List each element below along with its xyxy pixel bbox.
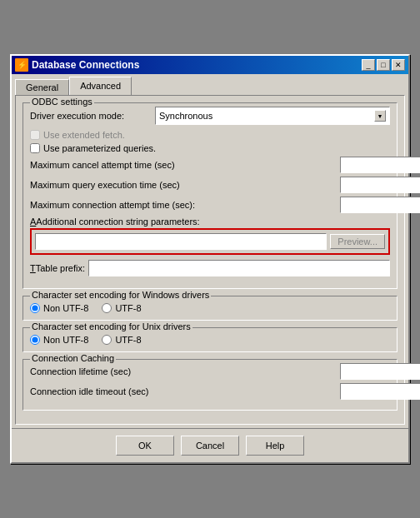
max-cancel-spinbox: 60 ▲ ▼ xyxy=(340,157,390,173)
driver-mode-label: Driver execution mode: xyxy=(30,111,155,121)
minimize-button[interactable]: _ xyxy=(362,59,375,71)
max-conn-spinbox: 6000 ▲ ▼ xyxy=(340,197,390,213)
charset-windows-non-utf8: Non UTF-8 xyxy=(30,303,88,313)
charset-windows-utf8: UTF-8 xyxy=(102,303,141,313)
extended-fetch-label: Use extended fetch. xyxy=(43,130,125,140)
maximize-button[interactable]: □ xyxy=(377,59,390,71)
ok-button[interactable]: OK xyxy=(116,436,174,456)
preview-button[interactable]: Preview... xyxy=(330,234,385,249)
max-query-row: Maximum query execution time (sec) -1 ▲ … xyxy=(30,177,390,193)
max-conn-input[interactable]: 6000 xyxy=(340,197,420,213)
driver-mode-dropdown[interactable]: Synchronous ▼ xyxy=(155,107,390,125)
conn-string-section: AAdditional connection string parameters… xyxy=(30,217,390,255)
main-window: ⚡ Database Connections _ □ ✕ General Adv… xyxy=(10,54,410,464)
table-prefix-input[interactable] xyxy=(88,260,390,276)
charset-windows-non-utf8-label: Non UTF-8 xyxy=(43,303,88,313)
driver-mode-row: Driver execution mode: Synchronous ▼ xyxy=(30,107,390,125)
dropdown-arrow-icon: ▼ xyxy=(374,110,386,122)
charset-unix-group: Character set encoding for Unix drivers … xyxy=(22,327,398,352)
charset-unix-label: Character set encoding for Unix drivers xyxy=(30,321,192,331)
charset-windows-options: Non UTF-8 UTF-8 xyxy=(30,303,390,313)
title-bar: ⚡ Database Connections _ □ ✕ xyxy=(12,56,408,74)
charset-unix-utf8: UTF-8 xyxy=(102,335,141,345)
tab-advanced[interactable]: Advanced xyxy=(69,77,132,95)
charset-unix-non-utf8-label: Non UTF-8 xyxy=(43,335,88,345)
idle-input[interactable]: 60 xyxy=(340,383,420,400)
tab-bar: General Advanced xyxy=(12,74,408,95)
lifetime-label: Connection lifetime (sec) xyxy=(30,366,340,376)
parameterized-row: Use parameterized queries. xyxy=(30,143,390,153)
table-prefix-row: TTable prefix: xyxy=(30,260,390,276)
max-query-input[interactable]: -1 xyxy=(340,177,420,193)
conn-string-box: JDBC;DRIVER={com.microstrategy.jdbc.sqls… xyxy=(30,228,390,255)
parameterized-checkbox[interactable] xyxy=(30,143,40,153)
bottom-buttons: OK Cancel Help xyxy=(12,428,408,462)
charset-windows-non-utf8-radio[interactable] xyxy=(30,303,40,313)
title-buttons: _ □ ✕ xyxy=(362,59,405,71)
odbc-group: ODBC settings Driver execution mode: Syn… xyxy=(22,102,398,289)
max-query-spinbox: -1 ▲ ▼ xyxy=(340,177,390,193)
driver-mode-value: Synchronous xyxy=(159,111,212,121)
charset-windows-label: Character set encoding for Windows drive… xyxy=(30,290,211,300)
parameterized-label: Use parameterized queries. xyxy=(43,143,156,153)
charset-unix-non-utf8-radio[interactable] xyxy=(30,335,40,345)
conn-string-label: AAdditional connection string parameters… xyxy=(30,217,390,227)
idle-row: Connection idle timeout (sec) 60 ▲ ▼ xyxy=(30,383,390,400)
help-button[interactable]: Help xyxy=(246,436,304,456)
caching-group-label: Connection Caching xyxy=(30,353,116,363)
extended-fetch-checkbox[interactable] xyxy=(30,130,40,140)
charset-windows-utf8-radio[interactable] xyxy=(102,303,112,313)
caching-group: Connection Caching Connection lifetime (… xyxy=(22,359,398,411)
charset-unix-options: Non UTF-8 UTF-8 xyxy=(30,335,390,345)
max-cancel-row: Maximum cancel attempt time (sec) 60 ▲ ▼ xyxy=(30,157,390,173)
extended-fetch-row: Use extended fetch. xyxy=(30,130,390,140)
max-conn-row: Maximum connection attempt time (sec): 6… xyxy=(30,197,390,213)
lifetime-spinbox: 36000 ▲ ▼ xyxy=(340,363,390,380)
app-icon: ⚡ xyxy=(15,58,28,72)
lifetime-input[interactable]: 36000 xyxy=(340,363,420,380)
window-title: Database Connections xyxy=(32,59,139,71)
lifetime-row: Connection lifetime (sec) 36000 ▲ ▼ xyxy=(30,363,390,380)
charset-unix-utf8-label: UTF-8 xyxy=(115,335,141,345)
charset-unix-utf8-radio[interactable] xyxy=(102,335,112,345)
charset-windows-utf8-label: UTF-8 xyxy=(115,303,141,313)
charset-unix-non-utf8: Non UTF-8 xyxy=(30,335,88,345)
tab-general[interactable]: General xyxy=(15,79,69,95)
charset-windows-group: Character set encoding for Windows drive… xyxy=(22,296,398,321)
max-conn-label: Maximum connection attempt time (sec): xyxy=(30,200,340,210)
max-cancel-label: Maximum cancel attempt time (sec) xyxy=(30,160,340,170)
close-button[interactable]: ✕ xyxy=(392,59,405,71)
max-query-label: Maximum query execution time (sec) xyxy=(30,180,340,190)
idle-label: Connection idle timeout (sec) xyxy=(30,386,340,396)
max-cancel-input[interactable]: 60 xyxy=(340,157,420,173)
tab-content-advanced: ODBC settings Driver execution mode: Syn… xyxy=(15,95,405,425)
idle-spinbox: 60 ▲ ▼ xyxy=(340,383,390,400)
odbc-group-label: ODBC settings xyxy=(30,97,94,107)
conn-string-input[interactable]: JDBC;DRIVER={com.microstrategy.jdbc.sqls… xyxy=(35,233,327,250)
cancel-button[interactable]: Cancel xyxy=(181,436,239,456)
title-bar-left: ⚡ Database Connections xyxy=(15,58,139,72)
table-prefix-label: TTable prefix: xyxy=(30,263,85,273)
